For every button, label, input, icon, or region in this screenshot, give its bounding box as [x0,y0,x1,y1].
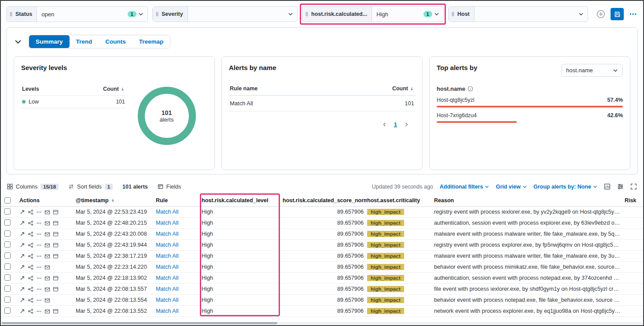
analyze-event-icon[interactable] [28,209,33,215]
investigate-timeline-icon[interactable] [44,308,50,314]
drag-handle-icon[interactable] [305,11,309,17]
horizontal-scrollbar[interactable] [2,322,642,324]
expand-alert-icon[interactable] [19,264,25,270]
investigate-timeline-icon[interactable] [44,297,50,303]
reason-cell[interactable]: malware event with process malware write… [434,253,625,259]
reason-cell[interactable]: authentication, session event with proce… [434,275,625,281]
expand-alert-icon[interactable] [19,231,25,237]
investigate-timeline-icon[interactable] [44,242,50,248]
header-reason[interactable]: Reason [434,197,625,204]
row-checkbox[interactable] [4,307,11,314]
session-view-icon[interactable] [53,286,59,292]
save-query-icon[interactable] [611,8,624,20]
scrollbar-thumb[interactable] [2,322,277,324]
investigate-timeline-icon[interactable] [44,253,50,259]
analyze-event-icon[interactable] [28,231,33,237]
more-actions-icon[interactable] [36,209,42,215]
rule-link[interactable]: Match All [156,231,202,237]
top-alerts-field-select[interactable]: host.name [561,64,623,77]
select-all-checkbox[interactable] [4,197,11,204]
analyze-event-icon[interactable] [28,264,33,270]
inspect-icon[interactable] [604,183,611,190]
investigate-timeline-icon[interactable] [44,220,50,226]
chevron-down-icon[interactable] [138,11,147,17]
analyze-event-icon[interactable] [28,253,33,259]
severity-col-count[interactable]: Count [103,86,119,92]
chevron-down-icon[interactable] [434,11,443,17]
chevron-down-icon[interactable] [288,11,297,17]
analyze-event-icon[interactable] [28,220,33,226]
columns-button[interactable]: Columns 15/18 [7,184,59,190]
drag-handle-icon[interactable] [9,11,13,17]
expand-alert-icon[interactable] [19,242,25,248]
expand-alert-icon[interactable] [19,308,25,314]
top-alert-item[interactable]: Host-7xrig6dzu442.6% [437,112,623,123]
analyze-event-icon[interactable] [28,297,33,303]
filter-host-risk-level[interactable]: host.risk.calculated... High 1 [302,6,444,22]
header-timestamp[interactable]: @timestamp [76,197,156,204]
add-filter-icon[interactable] [596,10,605,19]
investigate-timeline-icon[interactable] [44,275,50,281]
session-view-icon[interactable] [53,253,59,259]
field-settings-icon[interactable] [617,183,624,190]
session-view-icon[interactable] [53,209,59,215]
reason-cell[interactable]: network event with process explorer.exe,… [434,308,625,314]
header-risk-level[interactable]: host.risk.calculated_level [202,197,283,204]
investigate-timeline-icon[interactable] [44,286,50,292]
rule-link[interactable]: Match All [156,209,202,215]
prev-page-icon[interactable] [382,122,387,127]
rule-link[interactable]: Match All [156,242,202,248]
row-checkbox[interactable] [4,296,11,303]
expand-alert-icon[interactable] [19,297,25,303]
analyze-event-icon[interactable] [28,242,33,248]
session-view-icon[interactable] [53,231,59,237]
next-page-icon[interactable] [404,122,409,127]
tab-treemap[interactable]: Treemap [132,35,170,48]
reason-cell[interactable]: file event with process iexlorer.exe, by… [434,286,625,292]
expand-alert-icon[interactable] [19,209,25,215]
session-view-icon[interactable] [53,242,59,248]
header-risk-score[interactable]: host.risk.calculated_score_norm [283,197,367,204]
more-actions-icon[interactable] [36,297,42,303]
header-risk[interactable]: Risk [625,197,643,204]
more-actions-icon[interactable] [36,231,42,237]
rule-link[interactable]: Match All [156,220,202,226]
fullscreen-icon[interactable] [630,183,637,190]
filter-host[interactable]: Host [448,6,588,22]
grid-view-button[interactable]: Grid view [496,184,526,190]
row-checkbox[interactable] [4,219,11,226]
rule-link[interactable]: Match All [156,297,202,303]
page-number[interactable]: 1 [394,121,397,128]
session-view-icon[interactable] [53,275,59,281]
rule-link[interactable]: Match All [156,253,202,259]
drag-handle-icon[interactable] [451,11,455,17]
row-checkbox[interactable] [4,241,11,248]
more-actions-icon[interactable] [36,275,42,281]
row-checkbox[interactable] [4,263,11,270]
row-checkbox[interactable] [4,252,11,259]
reason-cell[interactable]: registry event with process iexlorer.exe… [434,209,625,215]
reason-cell[interactable]: behavior event with process mimikatz.exe… [434,264,625,270]
header-rule[interactable]: Rule [156,197,202,204]
sort-fields-button[interactable]: Sort fields 1 [68,184,113,190]
investigate-timeline-icon[interactable] [44,264,50,270]
tab-trend[interactable]: Trend [70,35,99,48]
rule-link[interactable]: Match All [156,264,202,270]
analyze-event-icon[interactable] [28,286,33,292]
fields-button[interactable]: Fields [158,184,181,190]
more-actions-icon[interactable] [36,264,42,270]
collapse-panel-chevron-icon[interactable] [14,37,22,46]
expand-alert-icon[interactable] [19,220,25,226]
row-checkbox[interactable] [4,285,11,292]
more-actions-icon[interactable] [36,286,42,292]
analyze-event-icon[interactable] [28,275,33,281]
header-criticality[interactable]: host.asset.criticality [367,197,434,204]
filter-severity[interactable]: Severity [152,6,298,22]
reason-cell[interactable]: behavior event with process notepad.exe,… [434,297,625,303]
rule-link[interactable]: Match All [156,286,202,292]
count-col[interactable]: Count [392,85,408,92]
row-checkbox[interactable] [4,230,11,237]
more-actions-icon[interactable] [36,253,42,259]
tab-counts[interactable]: Counts [99,35,132,48]
query-menu-icon[interactable] [629,10,637,18]
